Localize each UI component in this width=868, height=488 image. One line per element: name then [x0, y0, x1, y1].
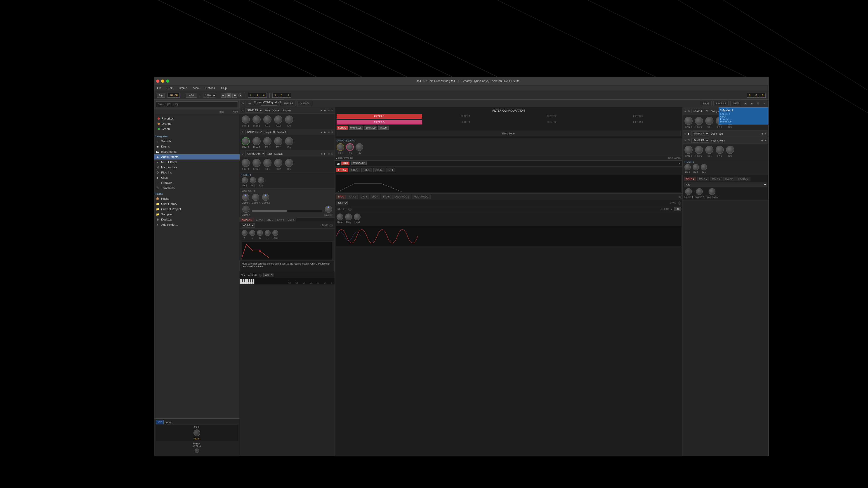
menu-options[interactable]: Options [204, 86, 216, 90]
m-button-3[interactable]: M [328, 153, 330, 155]
uni-btn[interactable]: UNI [674, 207, 681, 211]
right-sampler-type[interactable]: SAMPLER [691, 109, 709, 113]
search-input[interactable] [156, 101, 238, 107]
mixed-btn[interactable]: MIXED [378, 126, 389, 130]
f2-dry-knob[interactable] [701, 164, 707, 170]
sidebar-add-folder[interactable]: + Add Folder... [154, 222, 240, 227]
level-knob[interactable] [272, 230, 278, 236]
r3-filter1-knob[interactable] [242, 159, 250, 167]
sidebar-sounds[interactable]: ♪ Sounds [154, 139, 240, 144]
filter2-knob[interactable] [252, 116, 260, 124]
macro2-knob[interactable] [252, 194, 259, 201]
lfo-waveform-select[interactable]: Sine [336, 201, 348, 205]
release-knob[interactable] [265, 230, 271, 236]
r3-filter2-knob[interactable] [252, 159, 260, 167]
f2-fx2-knob[interactable] [692, 164, 699, 170]
f1-dry-knob[interactable] [258, 177, 264, 184]
mod-matrix-label[interactable]: MOD MATRIX [668, 157, 681, 159]
sidebar-current-project[interactable]: 📁 Current Project [154, 206, 240, 212]
bc-filter2-knob[interactable] [695, 146, 703, 154]
r3-fx1-knob[interactable] [264, 159, 272, 167]
sidebar-templates[interactable]: □ Templates [154, 186, 240, 191]
macrox-knob[interactable] [242, 205, 250, 213]
stop-button[interactable]: ⏹ [232, 93, 237, 98]
r2-filter1-knob[interactable] [242, 137, 250, 145]
freq-knob[interactable] [345, 214, 352, 220]
macro-slider[interactable] [252, 210, 322, 212]
macroy-knob[interactable] [325, 205, 332, 213]
expand-icon[interactable]: ⊞ [679, 162, 680, 165]
glide-btn[interactable]: GLIDE [349, 168, 360, 172]
boys-choir-type[interactable]: SAMPLER [691, 138, 709, 142]
s-button-1[interactable]: S [331, 109, 333, 111]
sidebar-green[interactable]: Green [156, 126, 238, 131]
bc-fx2-knob[interactable] [716, 146, 724, 154]
env4-tab[interactable]: ENV 4 [275, 218, 286, 222]
serial-btn[interactable]: SERIAL [337, 126, 348, 130]
sidebar-clips[interactable]: ▶ Clips [154, 175, 240, 180]
m-button-2[interactable]: M [328, 131, 330, 133]
rc-fx1-knob[interactable] [705, 117, 713, 125]
new-button[interactable]: NEW [730, 101, 741, 106]
sidebar-user-library[interactable]: 📁 User Library [154, 201, 240, 206]
dry-knob[interactable] [285, 116, 293, 124]
lfo2-tab[interactable]: LFO 2 [347, 195, 358, 199]
out-dry-knob[interactable] [355, 143, 363, 151]
sidebar-midi-effects[interactable]: ≈ MIDI Effects [154, 160, 240, 165]
multimod1-tab[interactable]: MULTI-MOD 1 [393, 195, 411, 199]
bc-filter1-knob[interactable] [684, 146, 692, 154]
arrow-left-3[interactable]: ◀ [320, 153, 322, 155]
sampler-type-2[interactable]: SAMPLER [245, 130, 263, 134]
env2-tab[interactable]: ENV 2 [254, 218, 265, 222]
lift-btn[interactable]: LIFT [386, 168, 395, 172]
sidebar-samples[interactable]: 📁 Samples [154, 212, 240, 217]
macros-reset[interactable]: ↺ [253, 190, 255, 192]
save-button[interactable]: SAVE [700, 101, 712, 106]
bar-length-select[interactable]: 1 Bar [203, 93, 216, 98]
math-add-select[interactable]: Add [684, 183, 767, 187]
keytracking-add-select[interactable]: Add [264, 273, 274, 277]
multimod2-tab[interactable]: MULTI-MOD 2 [412, 195, 430, 199]
scale-factor-knob[interactable] [709, 188, 715, 195]
sidebar-desktop[interactable]: 🖥 Desktop [154, 217, 240, 222]
r2-dry-knob[interactable] [285, 137, 293, 145]
ads-r-select[interactable]: ADS-R [242, 223, 255, 228]
sampler-type-1[interactable]: SAMPLER [245, 108, 263, 112]
trigger-toggle[interactable] [348, 207, 351, 211]
rc-filter2-knob[interactable] [695, 117, 703, 125]
math3-tab[interactable]: MATH 3 [710, 177, 722, 181]
close-button[interactable] [156, 79, 159, 83]
summed-btn[interactable]: SUMMED [364, 126, 377, 130]
sidebar-instruments[interactable]: 🎹 Instruments [154, 149, 240, 154]
open-harp-type[interactable]: SAMPLER [691, 131, 709, 136]
bpm-display[interactable]: 70.00 [167, 93, 180, 98]
macro1-knob[interactable] [242, 194, 249, 201]
sidebar-max-for-live[interactable]: M Max for Live [154, 165, 240, 170]
arrow-left-1[interactable]: ◀ [320, 109, 322, 111]
lfo-expand-icon[interactable]: ⊞ [679, 195, 681, 198]
menu-icon[interactable]: ≡ [762, 101, 767, 106]
r2-filter2-knob[interactable] [252, 137, 260, 145]
menu-view[interactable]: View [192, 86, 200, 90]
math2-tab[interactable]: MATH 2 [697, 177, 709, 181]
left-arrow-icon[interactable]: ◀ [743, 101, 747, 106]
parallel-btn[interactable]: PARALLEL [349, 126, 363, 130]
f1-fx1-knob[interactable] [242, 177, 248, 184]
r3-dry-knob[interactable] [285, 159, 293, 167]
f1-fx2-knob[interactable] [250, 177, 256, 184]
arrow-right-3[interactable]: ▶ [324, 153, 326, 155]
strike-btn[interactable]: STRIKE [336, 168, 348, 172]
math4-tab[interactable]: MATH 4 [723, 177, 736, 181]
sync-toggle[interactable] [330, 224, 333, 227]
loop-display[interactable]: 1 . 1 . 1 [272, 93, 291, 98]
save-as-button[interactable]: SAVE AS [713, 101, 729, 106]
macro3-knob[interactable] [262, 194, 269, 201]
tab-global[interactable]: GLOBAL [297, 101, 312, 106]
s-button-3[interactable]: S [331, 153, 333, 155]
arrow-left-2[interactable]: ◀ [320, 131, 322, 133]
sidebar-favorites[interactable]: Favorites [156, 116, 238, 121]
arrow-right-2[interactable]: ▶ [324, 131, 326, 133]
rewind-button[interactable]: ⏮ [221, 93, 225, 98]
fade-knob[interactable] [337, 214, 343, 220]
pitch-knob[interactable] [193, 429, 200, 436]
